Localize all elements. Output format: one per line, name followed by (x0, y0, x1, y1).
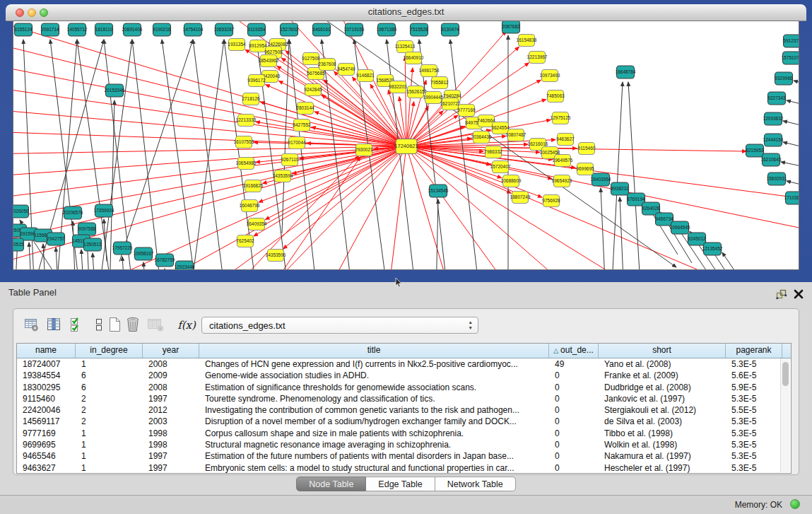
table-cell[interactable]: 0 (549, 382, 599, 393)
graph-node[interactable]: 2942757 (47, 233, 65, 245)
table-cell[interactable]: Estimation of the future numbers of pati… (199, 450, 549, 462)
graph-node[interactable]: 10653287 (214, 23, 235, 36)
graph-node[interactable]: 9146821 (356, 70, 375, 82)
table-cell[interactable]: Estimation of significance thresholds fo… (199, 382, 549, 393)
table-cell[interactable]: Wolkin et al. (1998) (599, 439, 726, 450)
graph-node[interactable]: 12135452 (702, 243, 723, 255)
float-panel-icon[interactable] (776, 289, 787, 300)
table-row[interactable]: 946554611997Estimation of the future num… (17, 450, 791, 462)
graph-node[interactable]: 15134545 (428, 185, 449, 197)
table-cell[interactable]: 0 (549, 450, 599, 462)
graph-node[interactable]: 8454749 (337, 64, 355, 76)
graph-node[interactable]: 8427552 (293, 119, 311, 132)
column-header-short[interactable]: short (599, 344, 726, 358)
graph-node[interactable]: 17359924 (94, 204, 114, 217)
table-cell[interactable]: 0 (549, 428, 599, 439)
graph-node[interactable]: 2367608 (318, 59, 336, 71)
table-cell[interactable]: 2008 (143, 358, 199, 370)
table-cell[interactable]: 2 (76, 404, 143, 416)
table-cell[interactable]: 1 (76, 428, 143, 439)
table-cell[interactable]: 9465546 (17, 450, 76, 462)
graph-node[interactable]: 10807487 (506, 129, 526, 141)
graph-node[interactable]: 8215953 (746, 144, 764, 157)
table-row[interactable]: 1830029562008Estimation of significance … (17, 382, 791, 393)
graph-node[interactable]: 12093832 (763, 112, 784, 125)
table-cell[interactable]: 0 (549, 404, 599, 416)
graph-node[interactable]: 14353596 (266, 250, 286, 262)
network-graph[interactable]: 8155124209171414055712181811020891406919… (13, 21, 799, 269)
table-cell[interactable]: 5.3E-5 (726, 439, 782, 450)
graph-node[interactable]: 19654923 (552, 175, 572, 187)
graph-node[interactable]: 5912374 (783, 35, 799, 47)
graph-node[interactable]: 12923446 (175, 261, 195, 269)
tab-node-table[interactable]: Node Table (296, 477, 366, 491)
table-cell[interactable]: 0 (549, 439, 599, 450)
graph-node[interactable]: 17957225 (112, 242, 133, 255)
graph-node[interactable]: 1527602 (280, 23, 298, 36)
graph-node[interactable]: 14055712 (67, 23, 88, 36)
graph-node[interactable]: 9777169 (457, 105, 476, 117)
graph-node[interactable]: 16782759 (155, 254, 175, 267)
table-cell[interactable]: Tibbo et al. (1998) (599, 428, 726, 439)
table-row[interactable]: 1456911722003Disruption of a novel membe… (17, 416, 791, 427)
graph-node[interactable]: 9329966 (775, 72, 793, 85)
table-cell[interactable]: 0 (549, 416, 599, 427)
graph-node[interactable]: 14961758 (419, 65, 440, 77)
graph-node[interactable]: 15751074 (782, 52, 799, 64)
graph-node[interactable]: 1931354 (228, 39, 246, 51)
table-cell[interactable]: 22420046 (17, 404, 76, 416)
table-cell[interactable]: 1997 (143, 450, 199, 462)
table-cell[interactable]: Franke et al. (2009) (599, 370, 726, 381)
delete-table-icon[interactable] (124, 315, 142, 335)
table-cell[interactable]: Nakamura et al. (1997) (599, 450, 726, 462)
graph-node[interactable]: 8155124 (14, 23, 33, 36)
table-cell[interactable]: 49 (549, 358, 599, 370)
graph-node[interactable]: 10964545 (670, 221, 690, 234)
graph-node[interactable]: 14353594 (273, 170, 293, 182)
row-selection-icon[interactable] (67, 315, 86, 335)
table-row[interactable]: 946362711997Embryonic stem cells: a mode… (17, 462, 791, 474)
graph-node[interactable]: 1818110 (95, 23, 113, 36)
table-row[interactable]: 1938455462009Genome-wide association stu… (17, 370, 791, 381)
graph-node[interactable]: 14754104 (183, 23, 204, 36)
table-cell[interactable]: Tourette syndrome. Phenomenology and cla… (199, 393, 549, 404)
graph-node[interactable]: 2930021 (355, 144, 373, 156)
graph-node[interactable]: 7485063 (546, 90, 565, 103)
graph-node[interactable]: 11325413 (395, 41, 416, 53)
table-cell[interactable]: 2008 (143, 382, 199, 393)
graph-node[interactable]: 9190216 (153, 23, 171, 36)
graph-node[interactable]: 20153346 (105, 84, 125, 97)
graph-node[interactable]: 10654985 (236, 158, 257, 170)
graph-node[interactable]: 9097588 (78, 223, 96, 235)
table-cell[interactable]: 1997 (143, 393, 199, 404)
table-cell[interactable]: Genome-wide association studies in ADHD. (199, 370, 549, 381)
graph-node[interactable]: 9242845 (304, 84, 322, 96)
graph-node[interactable]: 2718126 (242, 93, 260, 105)
table-cell[interactable]: 1997 (143, 462, 199, 474)
table-cell[interactable]: 0 (549, 370, 599, 381)
table-cell[interactable]: Hescheler et al. (1997) (599, 462, 726, 474)
graph-node[interactable]: 16403954 (591, 173, 611, 186)
table-row[interactable]: 1872400712008Changes of HCN gene express… (17, 358, 791, 370)
column-header-out-de-[interactable]: △out_de... (549, 344, 599, 358)
graph-node[interactable]: 16107553 (234, 136, 254, 148)
table-cell[interactable]: Embryonic stem cells: a model to study s… (199, 462, 549, 474)
table-cell[interactable]: de Silva et al. (2003) (599, 416, 726, 427)
table-cell[interactable]: 2012 (143, 404, 199, 416)
table-cell[interactable]: 1 (76, 358, 143, 370)
table-cell[interactable]: 14569117 (17, 416, 76, 427)
table-row[interactable]: 969969511998Structural magnetic resonanc… (17, 439, 791, 450)
graph-node[interactable]: 18543962 (259, 55, 279, 67)
graph-node[interactable]: 20891406 (122, 23, 143, 36)
graph-node[interactable]: 6466161 (312, 23, 331, 36)
column-header-pagerank[interactable]: pagerank (726, 344, 782, 358)
table-cell[interactable]: 2003 (143, 416, 199, 427)
graph-node[interactable]: 8938211 (611, 182, 629, 195)
graph-node[interactable]: 9170044 (288, 137, 306, 149)
graph-node[interactable]: 9267110 (281, 154, 299, 166)
graph-node[interactable]: 16640910 (404, 52, 424, 64)
table-cell[interactable]: Jankovic et al. (1997) (599, 393, 726, 404)
table-cell[interactable]: 5.3E-5 (726, 462, 782, 474)
graph-node[interactable]: 2026050 (13, 205, 29, 218)
graph-node[interactable]: 10973493 (540, 70, 560, 82)
